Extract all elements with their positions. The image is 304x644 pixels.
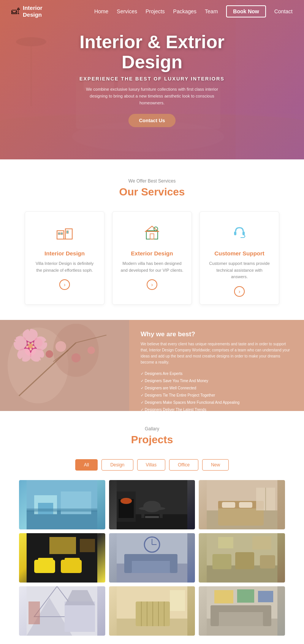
project-image-3 — [207, 480, 277, 529]
svg-rect-19 — [234, 231, 236, 235]
svg-rect-57 — [239, 502, 252, 508]
svg-rect-48 — [145, 516, 159, 518]
service-card-exterior: Exterior Design Modern villa has been de… — [112, 211, 192, 305]
svg-rect-104 — [214, 590, 233, 603]
logo: 🛋 Interior Design — [11, 5, 43, 18]
project-image-8 — [117, 586, 187, 636]
why-section: Why we are best? We believe that every c… — [0, 320, 304, 411]
project-card-3[interactable] — [199, 480, 285, 529]
svg-rect-12 — [65, 229, 72, 239]
service-card-interior: Interior Design Villa Interior Design is… — [25, 211, 104, 305]
filter-villas[interactable]: Villas — [137, 459, 165, 471]
navbar: 🛋 Interior Design Home Services Projects… — [0, 0, 304, 23]
svg-rect-10 — [58, 233, 60, 235]
project-card-4[interactable] — [19, 533, 105, 583]
filter-office[interactable]: Office — [169, 459, 198, 471]
why-floral-art — [0, 320, 129, 411]
project-image-9 — [207, 586, 277, 636]
hero-content: Interior & ExtriorDesign EXPERIENCE THE … — [64, 32, 240, 127]
project-card-8[interactable] — [109, 586, 195, 636]
svg-rect-72 — [170, 554, 177, 573]
svg-point-30 — [55, 341, 66, 352]
project-image-5 — [117, 533, 187, 583]
project-card-6[interactable] — [199, 533, 285, 583]
filter-design[interactable]: Design — [101, 459, 133, 471]
interior-design-desc: Villa Interior Design is definitely the … — [33, 260, 97, 274]
svg-rect-17 — [150, 234, 154, 239]
hero-title: Interior & ExtriorDesign — [79, 32, 225, 72]
hero-section: Interior & ExtriorDesign EXPERIENCE THE … — [0, 0, 304, 159]
nav-services[interactable]: Services — [117, 8, 137, 14]
svg-rect-64 — [65, 558, 80, 564]
svg-rect-82 — [252, 536, 271, 550]
svg-rect-47 — [160, 510, 163, 518]
why-title: Why we are best? — [141, 331, 293, 338]
interior-design-arrow[interactable]: › — [59, 279, 70, 290]
project-image-1 — [27, 480, 97, 529]
svg-point-32 — [87, 346, 95, 354]
why-list: Designers Are Experts Designers Save You… — [141, 370, 293, 411]
project-image-7 — [27, 586, 97, 636]
book-now-button[interactable]: Book Now — [226, 5, 266, 17]
projects-grid — [19, 480, 285, 636]
interior-design-icon — [33, 223, 97, 246]
services-title: Our Services — [23, 186, 281, 198]
svg-rect-86 — [65, 601, 95, 632]
why-point-6: Designers Deliver The Latest Trends — [141, 406, 293, 411]
svg-rect-11 — [61, 233, 63, 235]
project-card-5[interactable] — [109, 533, 195, 583]
exterior-design-desc: Modern villa has been designed and devel… — [120, 260, 184, 274]
svg-point-29 — [46, 350, 53, 358]
svg-rect-15 — [146, 231, 158, 239]
svg-rect-65 — [49, 537, 76, 554]
svg-rect-78 — [212, 554, 231, 569]
logo-icon: 🛋 — [11, 6, 20, 16]
interior-design-name: Interior Design — [33, 250, 97, 257]
svg-rect-88 — [28, 601, 40, 624]
exterior-design-icon — [120, 223, 184, 246]
svg-rect-56 — [222, 502, 235, 508]
svg-rect-63 — [38, 558, 53, 564]
projects-tag: Gallary — [19, 426, 285, 431]
project-card-7[interactable] — [19, 586, 105, 636]
hero-cta-button[interactable]: Contact Us — [128, 114, 176, 127]
customer-support-arrow[interactable]: › — [234, 286, 245, 297]
nav-contact[interactable]: Contact — [274, 8, 293, 14]
svg-line-22 — [244, 236, 245, 238]
svg-rect-80 — [260, 555, 275, 568]
svg-rect-41 — [27, 509, 97, 512]
projects-title: Projects — [19, 434, 285, 446]
project-card-2[interactable] — [109, 480, 195, 529]
nav-projects[interactable]: Projects — [146, 8, 165, 14]
svg-rect-106 — [258, 591, 273, 602]
nav-team[interactable]: Team — [205, 8, 218, 14]
logo-text: Interior Design — [23, 5, 43, 18]
project-image-4 — [27, 533, 97, 583]
svg-rect-101 — [211, 605, 271, 612]
svg-rect-46 — [141, 510, 144, 518]
projects-section: Gallary Projects All Design Villas Offic… — [0, 411, 304, 644]
svg-point-27 — [25, 345, 36, 356]
exterior-design-arrow[interactable]: › — [147, 279, 157, 290]
svg-rect-9 — [57, 231, 64, 239]
services-section: We Offer Best Services Our Services Inte… — [0, 159, 304, 320]
filter-new[interactable]: New — [202, 459, 229, 471]
filter-all[interactable]: All — [75, 459, 98, 471]
nav-home[interactable]: Home — [94, 8, 108, 14]
hero-description: We combine exclusive luxury furniture co… — [80, 86, 224, 106]
services-grid: Interior Design Villa Interior Design is… — [23, 211, 281, 305]
why-point-3: Designers are Well Connected — [141, 384, 293, 392]
svg-rect-45 — [143, 501, 161, 512]
nav-links: Home Services Projects Packages Team Boo… — [94, 5, 293, 17]
nav-packages[interactable]: Packages — [173, 8, 196, 14]
why-description: We believe that every client has unique … — [141, 341, 293, 365]
why-point-1: Designers Are Experts — [141, 370, 293, 377]
project-card-9[interactable] — [199, 586, 285, 636]
why-point-5: Designers Make Spaces More Functional An… — [141, 399, 293, 406]
project-card-1[interactable] — [19, 480, 105, 529]
why-left-image — [0, 320, 129, 411]
svg-rect-71 — [124, 554, 132, 573]
project-image-2 — [117, 480, 187, 529]
svg-rect-70 — [124, 554, 177, 561]
why-point-2: Designers Save You Time And Money — [141, 377, 293, 384]
